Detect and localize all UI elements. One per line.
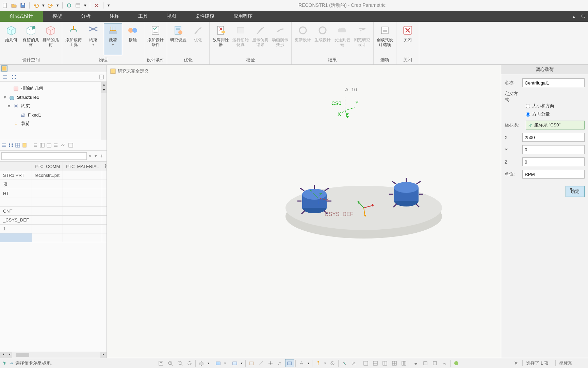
scroll-down-icon[interactable]: ▾ <box>101 87 107 93</box>
sp7-icon[interactable] <box>380 359 389 367</box>
tab-tools[interactable]: 工具 <box>129 11 157 22</box>
property-grid[interactable]: PTC_COMM PTC_MATERIAL 设计 STR1.PRTreconst… <box>0 162 107 352</box>
generate-design-button[interactable]: 生成设计 <box>313 23 332 55</box>
excluded-geometry-button[interactable]: 排除的几何 <box>42 23 60 55</box>
tab-flexible[interactable]: 柔性建模 <box>186 11 224 22</box>
study-settings-button[interactable]: 研究设置 <box>169 23 187 55</box>
render-icon[interactable] <box>452 359 461 367</box>
grid-hscroll[interactable]: ◂ ◂ ▸ <box>0 352 107 358</box>
add-load-case-button[interactable]: 添加载荷工况 <box>64 23 83 55</box>
tree-settings-icon[interactable] <box>98 73 105 81</box>
search-commands-button[interactable] <box>578 11 588 22</box>
table-row[interactable]: ONT <box>0 207 107 216</box>
graphics-canvas[interactable]: ! 研究未完全定义 A_10 CS0 Y X Z <box>107 65 501 358</box>
sp10-icon[interactable] <box>411 359 420 367</box>
grid-btn-6[interactable] <box>39 142 45 148</box>
datum-csys-icon[interactable] <box>276 359 284 367</box>
close-window-button[interactable] <box>93 2 100 9</box>
y-input[interactable] <box>522 145 585 154</box>
view-manager-dd[interactable]: ▾ <box>240 359 244 367</box>
undo-button[interactable] <box>32 2 40 9</box>
tree-item-fixed1[interactable]: Fixed1 <box>1 110 105 119</box>
tree-item-constraints[interactable]: ▼约束 <box>1 102 105 110</box>
grid-btn-3[interactable] <box>15 142 20 148</box>
grid-btn-4[interactable] <box>22 142 27 148</box>
new-file-button[interactable] <box>1 2 9 9</box>
scroll-left2-icon[interactable]: ◂ <box>6 352 12 358</box>
optimize-button[interactable]: 优化 <box>189 23 207 55</box>
troubleshoot-button[interactable]: 故障排除器 <box>212 23 230 55</box>
save-button[interactable] <box>19 2 27 9</box>
radio-magnitude-dir[interactable]: 大小和方向 <box>526 103 585 109</box>
datum-axis-icon[interactable] <box>257 359 265 367</box>
tab-view[interactable]: 视图 <box>157 11 186 22</box>
qat-customize-dropdown[interactable]: ▾ <box>106 2 111 9</box>
table-row[interactable]: _CSYS_DEF <box>0 216 107 225</box>
window-button[interactable] <box>74 2 82 9</box>
grid-btn-7[interactable] <box>46 142 52 148</box>
scroll-right-icon[interactable]: ▸ <box>100 352 107 358</box>
sp9-icon[interactable] <box>399 359 408 367</box>
contact-button[interactable]: 接触 <box>124 23 142 55</box>
grid-btn-8[interactable] <box>53 142 59 148</box>
tree-item-loads[interactable]: 载荷 <box>1 119 105 128</box>
grid-settings-icon[interactable] <box>68 142 74 148</box>
close-button[interactable]: 关闭 <box>398 23 417 55</box>
display-style-icon[interactable] <box>197 359 206 367</box>
ok-button[interactable]: 确定 <box>566 186 585 197</box>
constraint-button[interactable]: 约束▼ <box>84 23 102 55</box>
refit-icon[interactable] <box>157 359 165 367</box>
sp2-icon[interactable] <box>328 359 337 367</box>
saved-view-icon[interactable] <box>214 359 223 367</box>
grid-btn-2[interactable] <box>8 142 14 148</box>
datum-point-icon[interactable] <box>266 359 275 367</box>
table-row[interactable]: 1 <box>0 225 107 233</box>
grid-btn-1[interactable] <box>1 142 7 148</box>
model-tree[interactable]: 排除的几何 ▼Structure1 ▼约束 Fixed1 载荷 ▴▾ <box>0 82 107 140</box>
add-criteria-button[interactable]: 添加设计条件 <box>146 23 165 55</box>
regenerate-button[interactable] <box>65 2 73 9</box>
selection-filter[interactable]: 坐标系 <box>555 360 586 366</box>
tree-expand-icon[interactable] <box>1 73 9 81</box>
update-design-button[interactable]: 更新设计 <box>294 23 312 55</box>
grid-btn-5[interactable] <box>33 142 38 148</box>
saved-view-dd[interactable]: ▾ <box>223 359 227 367</box>
annot-display-icon[interactable] <box>297 359 306 367</box>
tab-generative-design[interactable]: 创成式设计 <box>0 11 43 22</box>
start-geometry-button[interactable]: 始几何 <box>2 23 20 55</box>
view-manager-icon[interactable] <box>230 359 239 367</box>
radio-components[interactable]: 方向分量 <box>526 111 585 117</box>
hscroll-track[interactable] <box>12 352 100 358</box>
scroll-up-icon[interactable]: ▴ <box>101 82 107 87</box>
send-cloud-button[interactable]: 发送到云端 <box>333 23 352 55</box>
load-button[interactable]: 载荷▼ <box>104 23 122 55</box>
sp3-icon[interactable] <box>340 359 349 367</box>
name-input[interactable] <box>522 78 585 87</box>
sp8-icon[interactable] <box>390 359 399 367</box>
tab-analysis[interactable]: 分析 <box>71 11 100 22</box>
table-row[interactable]: STR1.PRTreconstr1.prt <box>0 171 107 180</box>
window-dropdown[interactable]: ▾ <box>83 2 87 9</box>
tree-tab-icon[interactable] <box>1 65 7 72</box>
sp1-dd[interactable]: ▾ <box>323 359 327 367</box>
zoom-in-icon[interactable] <box>166 359 175 367</box>
redo-dropdown[interactable]: ▾ <box>55 2 60 9</box>
grid-filter-input[interactable] <box>1 152 87 160</box>
tree-collapse-icon[interactable] <box>10 73 18 81</box>
csys-picker[interactable]: 坐标系 "CS0" <box>526 121 585 129</box>
tab-applications[interactable]: 应用程序 <box>224 11 262 22</box>
sp6-icon[interactable] <box>371 359 380 367</box>
hscroll-thumb[interactable] <box>16 353 29 357</box>
preserved-geometry-button[interactable]: 保留的几何 <box>22 23 40 55</box>
collapse-ribbon-button[interactable]: ▴ <box>569 11 578 22</box>
filter-clear-icon[interactable]: × <box>87 153 93 158</box>
datum-plane-icon[interactable] <box>247 359 256 367</box>
table-row[interactable] <box>0 198 107 207</box>
redo-button[interactable] <box>47 2 54 9</box>
tree-scrollbar[interactable]: ▴▾ <box>101 82 107 140</box>
annot-dd[interactable]: ▾ <box>307 359 311 367</box>
repaint-icon[interactable] <box>185 359 194 367</box>
tab-model[interactable]: 模型 <box>43 11 71 22</box>
z-input[interactable] <box>522 157 585 166</box>
sp11-icon[interactable] <box>421 359 430 367</box>
